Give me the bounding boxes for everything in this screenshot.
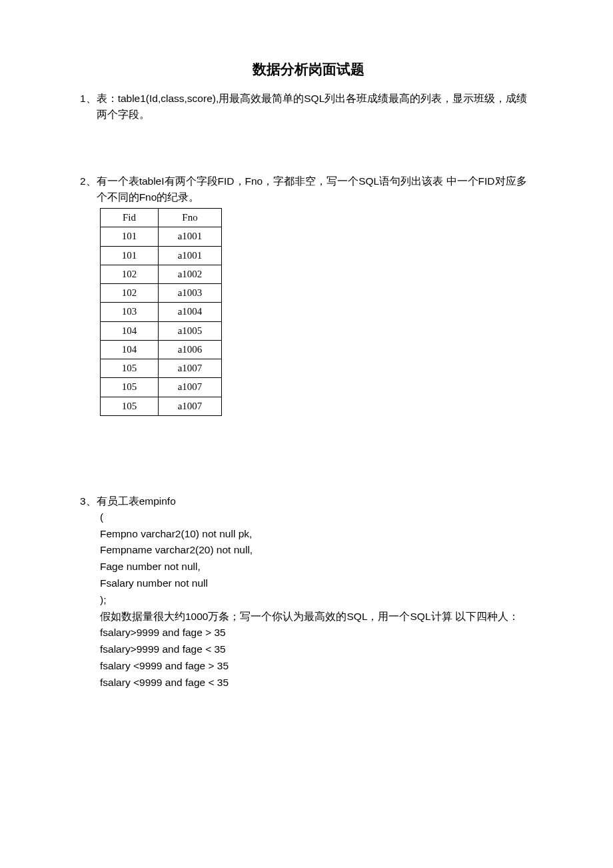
question-3: 3、 有员工表empinfo (Fempno varchar2(10) not …: [80, 493, 536, 691]
table-cell: 105: [101, 397, 159, 415]
table-cell: a1007: [159, 397, 222, 415]
question-3-line: fsalary>9999 and fage > 35: [100, 625, 536, 641]
question-2: 2、 有一个表tableI有两个字段FID，Fno，字都非空，写一个SQL语句列…: [80, 173, 536, 416]
table-cell: a1007: [159, 359, 222, 378]
table-cell: a1003: [159, 284, 222, 303]
question-3-line: fsalary <9999 and fage > 35: [100, 658, 536, 675]
question-3-line: Fage number not null,: [100, 559, 536, 575]
question-3-line: 假如数据量很大约1000万条；写一个你认为最高效的SQL，用一个SQL计算 以下…: [100, 609, 536, 625]
question-1-text: 表：table1(Id,class,score),用最高效最简单的SQL列出各班…: [97, 91, 536, 123]
table-header-fno: Fno: [159, 209, 222, 227]
table-cell: a1002: [159, 265, 222, 283]
question-3-line: Fsalary number not null: [100, 575, 536, 592]
question-2-number: 2、: [80, 173, 97, 189]
table-cell: a1001: [159, 246, 222, 265]
table-row: 104a1005: [101, 321, 222, 340]
question-3-lead: 有员工表empinfo: [97, 493, 536, 509]
table-cell: a1004: [159, 303, 222, 321]
table-row: 105a1007: [101, 359, 222, 378]
table-row: 101a1001: [101, 227, 222, 246]
table-cell: 104: [101, 321, 159, 340]
question-3-number: 3、: [80, 493, 97, 509]
table-row: 105a1007: [101, 397, 222, 415]
page-title: 数据分析岗面试题: [80, 60, 536, 79]
question-3-line: fsalary <9999 and fage < 35: [100, 675, 536, 691]
table-cell: 103: [101, 303, 159, 321]
table-cell: a1005: [159, 321, 222, 340]
document-page: 数据分析岗面试题 1、 表：table1(Id,class,score),用最高…: [0, 0, 613, 735]
table-row: 104a1006: [101, 340, 222, 359]
question-3-body: (Fempno varchar2(10) not null pk,Fempnam…: [80, 509, 536, 691]
question-3-line: fsalary>9999 and fage < 35: [100, 641, 536, 658]
question-3-line: Fempname varchar2(20) not null,: [100, 542, 536, 559]
table-row: 102a1003: [101, 284, 222, 303]
table-header-row: Fid Fno: [101, 209, 222, 227]
question-1-number: 1、: [80, 91, 97, 107]
table-row: 102a1002: [101, 265, 222, 283]
table-cell: a1006: [159, 340, 222, 359]
table-row: 103a1004: [101, 303, 222, 321]
question-3-line: Fempno varchar2(10) not null pk,: [100, 526, 536, 543]
question-2-text: 有一个表tableI有两个字段FID，Fno，字都非空，写一个SQL语句列出该表…: [97, 173, 536, 205]
spacer: [80, 127, 536, 173]
question-3-line: (: [100, 509, 536, 526]
table-cell: 101: [101, 246, 159, 265]
table-cell: 104: [101, 340, 159, 359]
question-1: 1、 表：table1(Id,class,score),用最高效最简单的SQL列…: [80, 91, 536, 123]
table-cell: 101: [101, 227, 159, 246]
table-cell: a1001: [159, 227, 222, 246]
question-3-line: );: [100, 592, 536, 609]
table-header-fid: Fid: [101, 209, 159, 227]
table-cell: 102: [101, 265, 159, 283]
table-cell: 102: [101, 284, 159, 303]
table-cell: 105: [101, 359, 159, 378]
table-cell: 105: [101, 378, 159, 397]
table-row: 101a1001: [101, 246, 222, 265]
spacer: [80, 420, 536, 493]
question-2-table: Fid Fno 101a1001101a1001102a1002102a1003…: [100, 208, 222, 416]
table-row: 105a1007: [101, 378, 222, 397]
table-cell: a1007: [159, 378, 222, 397]
